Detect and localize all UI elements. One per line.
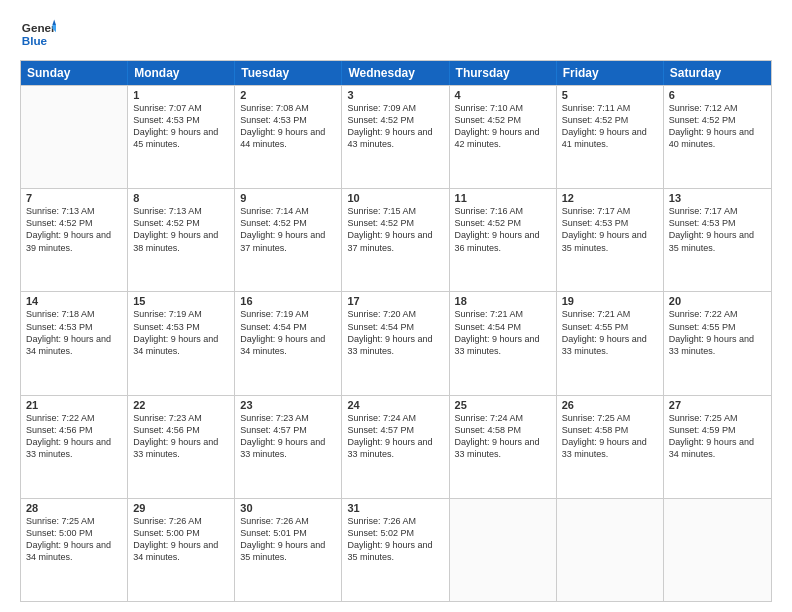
day-number: 9 <box>240 192 336 204</box>
calendar-week-2: 7Sunrise: 7:13 AMSunset: 4:52 PMDaylight… <box>21 188 771 291</box>
cell-info: Sunrise: 7:18 AMSunset: 4:53 PMDaylight:… <box>26 308 122 357</box>
calendar-cell: 13Sunrise: 7:17 AMSunset: 4:53 PMDayligh… <box>664 189 771 291</box>
calendar-cell: 4Sunrise: 7:10 AMSunset: 4:52 PMDaylight… <box>450 86 557 188</box>
calendar-cell: 18Sunrise: 7:21 AMSunset: 4:54 PMDayligh… <box>450 292 557 394</box>
cell-info: Sunrise: 7:20 AMSunset: 4:54 PMDaylight:… <box>347 308 443 357</box>
day-number: 22 <box>133 399 229 411</box>
calendar-week-4: 21Sunrise: 7:22 AMSunset: 4:56 PMDayligh… <box>21 395 771 498</box>
svg-text:General: General <box>22 21 56 34</box>
cell-info: Sunrise: 7:22 AMSunset: 4:55 PMDaylight:… <box>669 308 766 357</box>
page: General Blue SundayMondayTuesdayWednesda… <box>0 0 792 612</box>
header-day-wednesday: Wednesday <box>342 61 449 85</box>
calendar-week-3: 14Sunrise: 7:18 AMSunset: 4:53 PMDayligh… <box>21 291 771 394</box>
header-day-sunday: Sunday <box>21 61 128 85</box>
calendar-cell: 21Sunrise: 7:22 AMSunset: 4:56 PMDayligh… <box>21 396 128 498</box>
day-number: 24 <box>347 399 443 411</box>
day-number: 4 <box>455 89 551 101</box>
cell-info: Sunrise: 7:21 AMSunset: 4:54 PMDaylight:… <box>455 308 551 357</box>
day-number: 20 <box>669 295 766 307</box>
day-number: 18 <box>455 295 551 307</box>
calendar-cell <box>664 499 771 601</box>
day-number: 12 <box>562 192 658 204</box>
cell-info: Sunrise: 7:23 AMSunset: 4:57 PMDaylight:… <box>240 412 336 461</box>
header-day-saturday: Saturday <box>664 61 771 85</box>
calendar-week-5: 28Sunrise: 7:25 AMSunset: 5:00 PMDayligh… <box>21 498 771 601</box>
header-day-monday: Monday <box>128 61 235 85</box>
calendar-cell <box>557 499 664 601</box>
cell-info: Sunrise: 7:17 AMSunset: 4:53 PMDaylight:… <box>669 205 766 254</box>
day-number: 5 <box>562 89 658 101</box>
cell-info: Sunrise: 7:25 AMSunset: 4:58 PMDaylight:… <box>562 412 658 461</box>
header: General Blue <box>20 16 772 52</box>
header-day-tuesday: Tuesday <box>235 61 342 85</box>
calendar-cell: 24Sunrise: 7:24 AMSunset: 4:57 PMDayligh… <box>342 396 449 498</box>
calendar-cell: 26Sunrise: 7:25 AMSunset: 4:58 PMDayligh… <box>557 396 664 498</box>
calendar-cell: 23Sunrise: 7:23 AMSunset: 4:57 PMDayligh… <box>235 396 342 498</box>
calendar-cell: 14Sunrise: 7:18 AMSunset: 4:53 PMDayligh… <box>21 292 128 394</box>
cell-info: Sunrise: 7:14 AMSunset: 4:52 PMDaylight:… <box>240 205 336 254</box>
cell-info: Sunrise: 7:15 AMSunset: 4:52 PMDaylight:… <box>347 205 443 254</box>
calendar-cell: 2Sunrise: 7:08 AMSunset: 4:53 PMDaylight… <box>235 86 342 188</box>
calendar-cell: 30Sunrise: 7:26 AMSunset: 5:01 PMDayligh… <box>235 499 342 601</box>
cell-info: Sunrise: 7:25 AMSunset: 5:00 PMDaylight:… <box>26 515 122 564</box>
day-number: 1 <box>133 89 229 101</box>
calendar-cell: 8Sunrise: 7:13 AMSunset: 4:52 PMDaylight… <box>128 189 235 291</box>
day-number: 26 <box>562 399 658 411</box>
cell-info: Sunrise: 7:17 AMSunset: 4:53 PMDaylight:… <box>562 205 658 254</box>
cell-info: Sunrise: 7:22 AMSunset: 4:56 PMDaylight:… <box>26 412 122 461</box>
day-number: 14 <box>26 295 122 307</box>
cell-info: Sunrise: 7:08 AMSunset: 4:53 PMDaylight:… <box>240 102 336 151</box>
calendar-header: SundayMondayTuesdayWednesdayThursdayFrid… <box>21 61 771 85</box>
day-number: 10 <box>347 192 443 204</box>
day-number: 30 <box>240 502 336 514</box>
calendar-cell: 15Sunrise: 7:19 AMSunset: 4:53 PMDayligh… <box>128 292 235 394</box>
day-number: 31 <box>347 502 443 514</box>
calendar-cell: 17Sunrise: 7:20 AMSunset: 4:54 PMDayligh… <box>342 292 449 394</box>
day-number: 21 <box>26 399 122 411</box>
cell-info: Sunrise: 7:24 AMSunset: 4:58 PMDaylight:… <box>455 412 551 461</box>
calendar-cell: 10Sunrise: 7:15 AMSunset: 4:52 PMDayligh… <box>342 189 449 291</box>
calendar-cell: 31Sunrise: 7:26 AMSunset: 5:02 PMDayligh… <box>342 499 449 601</box>
day-number: 11 <box>455 192 551 204</box>
day-number: 8 <box>133 192 229 204</box>
calendar-cell: 7Sunrise: 7:13 AMSunset: 4:52 PMDaylight… <box>21 189 128 291</box>
calendar-cell <box>21 86 128 188</box>
calendar-cell: 28Sunrise: 7:25 AMSunset: 5:00 PMDayligh… <box>21 499 128 601</box>
day-number: 3 <box>347 89 443 101</box>
calendar-cell: 19Sunrise: 7:21 AMSunset: 4:55 PMDayligh… <box>557 292 664 394</box>
calendar-cell: 12Sunrise: 7:17 AMSunset: 4:53 PMDayligh… <box>557 189 664 291</box>
calendar-week-1: 1Sunrise: 7:07 AMSunset: 4:53 PMDaylight… <box>21 85 771 188</box>
calendar-cell: 11Sunrise: 7:16 AMSunset: 4:52 PMDayligh… <box>450 189 557 291</box>
cell-info: Sunrise: 7:16 AMSunset: 4:52 PMDaylight:… <box>455 205 551 254</box>
cell-info: Sunrise: 7:07 AMSunset: 4:53 PMDaylight:… <box>133 102 229 151</box>
cell-info: Sunrise: 7:25 AMSunset: 4:59 PMDaylight:… <box>669 412 766 461</box>
cell-info: Sunrise: 7:23 AMSunset: 4:56 PMDaylight:… <box>133 412 229 461</box>
header-day-friday: Friday <box>557 61 664 85</box>
cell-info: Sunrise: 7:09 AMSunset: 4:52 PMDaylight:… <box>347 102 443 151</box>
cell-info: Sunrise: 7:11 AMSunset: 4:52 PMDaylight:… <box>562 102 658 151</box>
day-number: 25 <box>455 399 551 411</box>
day-number: 13 <box>669 192 766 204</box>
calendar-cell: 22Sunrise: 7:23 AMSunset: 4:56 PMDayligh… <box>128 396 235 498</box>
day-number: 17 <box>347 295 443 307</box>
calendar-cell: 27Sunrise: 7:25 AMSunset: 4:59 PMDayligh… <box>664 396 771 498</box>
cell-info: Sunrise: 7:10 AMSunset: 4:52 PMDaylight:… <box>455 102 551 151</box>
cell-info: Sunrise: 7:24 AMSunset: 4:57 PMDaylight:… <box>347 412 443 461</box>
cell-info: Sunrise: 7:26 AMSunset: 5:01 PMDaylight:… <box>240 515 336 564</box>
calendar-body: 1Sunrise: 7:07 AMSunset: 4:53 PMDaylight… <box>21 85 771 601</box>
calendar-cell: 29Sunrise: 7:26 AMSunset: 5:00 PMDayligh… <box>128 499 235 601</box>
calendar-cell: 3Sunrise: 7:09 AMSunset: 4:52 PMDaylight… <box>342 86 449 188</box>
calendar: SundayMondayTuesdayWednesdayThursdayFrid… <box>20 60 772 602</box>
day-number: 6 <box>669 89 766 101</box>
calendar-cell: 1Sunrise: 7:07 AMSunset: 4:53 PMDaylight… <box>128 86 235 188</box>
day-number: 16 <box>240 295 336 307</box>
calendar-cell: 20Sunrise: 7:22 AMSunset: 4:55 PMDayligh… <box>664 292 771 394</box>
day-number: 15 <box>133 295 229 307</box>
day-number: 23 <box>240 399 336 411</box>
cell-info: Sunrise: 7:21 AMSunset: 4:55 PMDaylight:… <box>562 308 658 357</box>
cell-info: Sunrise: 7:13 AMSunset: 4:52 PMDaylight:… <box>26 205 122 254</box>
calendar-cell: 5Sunrise: 7:11 AMSunset: 4:52 PMDaylight… <box>557 86 664 188</box>
logo-icon: General Blue <box>20 16 56 52</box>
calendar-cell <box>450 499 557 601</box>
calendar-cell: 16Sunrise: 7:19 AMSunset: 4:54 PMDayligh… <box>235 292 342 394</box>
